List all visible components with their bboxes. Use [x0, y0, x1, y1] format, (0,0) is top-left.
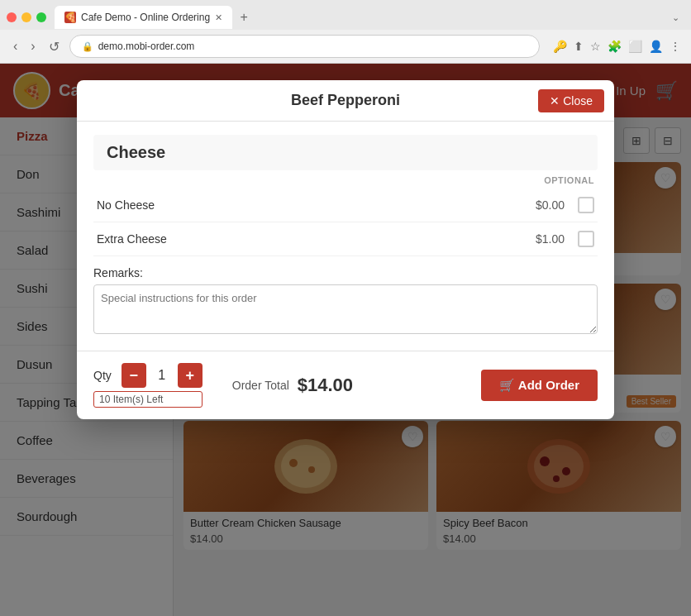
bookmark-icon[interactable]: ☆ [590, 40, 601, 53]
page: 🍕 Ca In Up 🛒 Pizza Don Sashimi Salad Sus… [0, 64, 691, 616]
qty-value: 1 [150, 368, 174, 383]
order-total-amount: $14.00 [298, 375, 353, 396]
maximize-traffic-light[interactable] [36, 12, 46, 22]
extra-cheese-price: $1.00 [515, 232, 565, 246]
share-icon[interactable]: ⬆ [574, 40, 584, 53]
order-total-label: Order Total [232, 379, 289, 392]
modal-overlay[interactable]: Beef Pepperoni ✕ Close Cheese OPTIONAL N… [0, 64, 691, 616]
tab-favicon: 🍕 [64, 12, 76, 23]
items-left-badge: 10 Item(s) Left [93, 391, 203, 408]
maximize-button[interactable]: ⌄ [667, 11, 684, 25]
qty-section: Qty − 1 + [93, 363, 203, 388]
reload-button[interactable]: ↺ [45, 37, 63, 56]
traffic-lights [7, 12, 46, 22]
section-title: Cheese [93, 135, 598, 170]
modal-title: Beef Pepperoni [291, 92, 400, 109]
modal-body: Cheese OPTIONAL No Cheese $0.00 Extra Ch… [77, 122, 614, 351]
tab-bar: 🍕 Cafe Demo - Online Ordering ✕ + ⌄ [0, 0, 691, 30]
window-icon[interactable]: ⬜ [628, 40, 642, 53]
url-bar[interactable]: 🔒 demo.mobi-order.com [69, 35, 540, 58]
back-button[interactable]: ‹ [10, 37, 21, 55]
lock-icon: 🔒 [82, 41, 93, 52]
add-order-button[interactable]: 🛒 Add Order [481, 370, 598, 401]
optional-label: OPTIONAL [93, 175, 598, 185]
active-tab[interactable]: 🍕 Cafe Demo - Online Ordering ✕ [55, 6, 232, 29]
minimize-traffic-light[interactable] [21, 12, 31, 22]
tab-close-icon[interactable]: ✕ [215, 12, 222, 23]
qty-plus-button[interactable]: + [178, 363, 203, 388]
remarks-label: Remarks: [93, 266, 598, 279]
tab-title: Cafe Demo - Online Ordering [81, 12, 210, 23]
menu-icon[interactable]: ⋮ [670, 40, 681, 53]
key-icon: 🔑 [553, 40, 567, 53]
new-tab-button[interactable]: + [232, 6, 255, 29]
forward-button[interactable]: › [27, 37, 38, 55]
remarks-textarea[interactable] [93, 284, 598, 334]
modal-footer: Qty − 1 + 10 Item(s) Left Order Total $1… [77, 351, 614, 419]
cheese-option-extra-cheese: Extra Cheese $1.00 [93, 222, 598, 256]
modal: Beef Pepperoni ✕ Close Cheese OPTIONAL N… [77, 80, 614, 419]
footer-left: Qty − 1 + 10 Item(s) Left [93, 363, 203, 408]
close-button[interactable]: ✕ Close [538, 89, 604, 112]
extra-cheese-label: Extra Cheese [97, 232, 515, 246]
url-text: demo.mobi-order.com [98, 41, 195, 52]
address-bar: ‹ › ↺ 🔒 demo.mobi-order.com 🔑 ⬆ ☆ 🧩 ⬜ 👤 … [0, 30, 691, 63]
close-traffic-light[interactable] [7, 12, 17, 22]
cheese-option-no-cheese: No Cheese $0.00 [93, 189, 598, 222]
cheese-options: No Cheese $0.00 Extra Cheese $1.00 [93, 189, 598, 256]
browser-chrome: 🍕 Cafe Demo - Online Ordering ✕ + ⌄ ‹ › … [0, 0, 691, 64]
extra-cheese-checkbox[interactable] [578, 231, 594, 247]
no-cheese-checkbox[interactable] [578, 197, 594, 213]
modal-header: Beef Pepperoni ✕ Close [77, 80, 614, 122]
no-cheese-label: No Cheese [97, 198, 515, 212]
extension-icon[interactable]: 🧩 [608, 40, 622, 53]
qty-minus-button[interactable]: − [122, 363, 146, 388]
order-total-section: Order Total $14.00 [232, 375, 353, 396]
qty-label: Qty [93, 369, 112, 382]
toolbar-icons: 🔑 ⬆ ☆ 🧩 ⬜ 👤 ⋮ [553, 40, 681, 53]
no-cheese-price: $0.00 [515, 198, 565, 212]
profile-icon[interactable]: 👤 [649, 40, 663, 53]
